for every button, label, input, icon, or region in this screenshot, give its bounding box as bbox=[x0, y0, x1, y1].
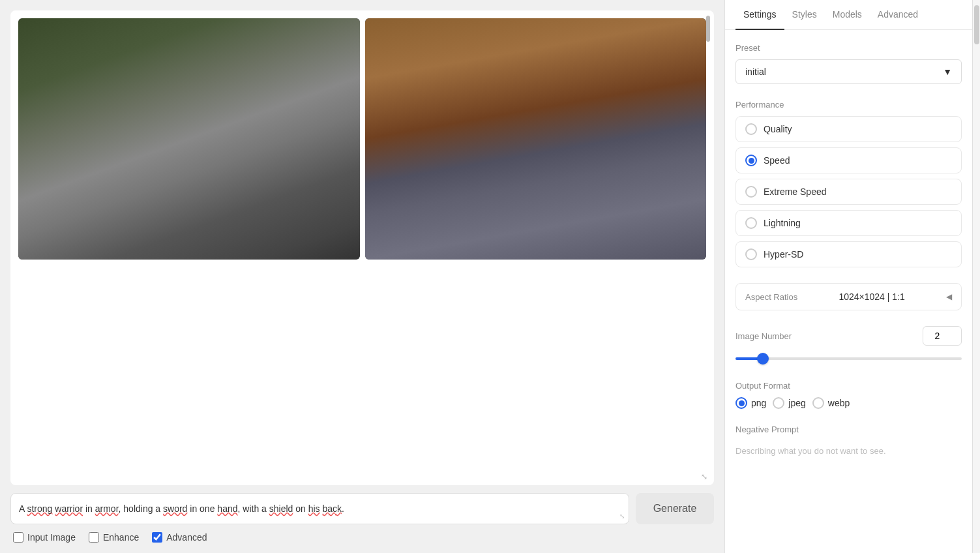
canvas-resize-handle[interactable]: ⤡ bbox=[701, 472, 709, 480]
settings-content: Preset initial ▼ Performance Quality Spe… bbox=[725, 30, 972, 469]
format-label-webp: webp bbox=[828, 398, 850, 408]
outer-scrollbar[interactable] bbox=[972, 0, 980, 553]
radio-circle-lightning bbox=[745, 217, 757, 229]
performance-option-hyper-sd[interactable]: Hyper-SD bbox=[735, 241, 962, 267]
tab-models[interactable]: Models bbox=[825, 0, 870, 30]
radio-circle-quality bbox=[745, 123, 757, 135]
negative-prompt-placeholder: Describing what you do not want to see. bbox=[735, 446, 962, 456]
format-options: png jpeg webp bbox=[735, 397, 962, 409]
preset-section: Preset initial ▼ bbox=[735, 43, 962, 84]
radio-label-extreme-speed: Extreme Speed bbox=[764, 187, 827, 197]
generated-image-2 bbox=[365, 18, 707, 260]
negative-prompt-section: Negative Prompt Describing what you do n… bbox=[735, 425, 962, 456]
format-label-jpeg: jpeg bbox=[788, 398, 805, 408]
input-image-checkbox[interactable]: Input Image bbox=[13, 532, 76, 543]
output-format-label: Output Format bbox=[735, 381, 962, 391]
warrior-image bbox=[365, 18, 707, 260]
format-radio-webp bbox=[812, 397, 824, 409]
radio-label-hyper-sd: Hyper-SD bbox=[764, 249, 803, 260]
performance-section: Performance Quality Speed Extreme Speed … bbox=[735, 100, 962, 267]
aspect-ratio-value: 1024×1024 | 1:1 bbox=[839, 291, 904, 302]
tab-settings[interactable]: Settings bbox=[735, 0, 784, 30]
radio-label-quality: Quality bbox=[764, 124, 792, 134]
image-number-slider[interactable] bbox=[735, 352, 962, 365]
performance-option-speed[interactable]: Speed bbox=[735, 147, 962, 173]
spell-word-sword: sword bbox=[163, 503, 187, 514]
aspect-ratio-label: Aspect Ratios bbox=[745, 292, 797, 302]
format-option-jpeg[interactable]: jpeg bbox=[773, 397, 805, 409]
tab-styles[interactable]: Styles bbox=[784, 0, 825, 30]
radio-circle-hyper-sd bbox=[745, 248, 757, 260]
aspect-ratio-arrow: ◀ bbox=[946, 292, 952, 301]
spell-word-armor: armor bbox=[95, 503, 119, 514]
tabs-header: Settings Styles Models Advanced bbox=[725, 0, 972, 30]
outer-scroll-thumb bbox=[974, 5, 979, 44]
radio-label-speed: Speed bbox=[764, 155, 790, 166]
format-radio-jpeg bbox=[773, 397, 784, 409]
performance-options: Quality Speed Extreme Speed Lightning Hy bbox=[735, 116, 962, 267]
prompt-row: A strong warrior in armor, holding a swo… bbox=[10, 493, 714, 524]
generate-button[interactable]: Generate bbox=[636, 493, 714, 524]
knight-image bbox=[18, 18, 360, 260]
canvas-scroll-thumb bbox=[706, 16, 710, 42]
format-label-png: png bbox=[751, 398, 766, 408]
prompt-wrapper: A strong warrior in armor, holding a swo… bbox=[10, 493, 629, 524]
image-grid bbox=[18, 18, 706, 260]
preset-value: initial bbox=[745, 67, 766, 77]
negative-prompt-label: Negative Prompt bbox=[735, 425, 962, 434]
tab-advanced[interactable]: Advanced bbox=[870, 0, 926, 30]
spell-word-strong: strong bbox=[27, 503, 52, 514]
enhance-label: Enhance bbox=[103, 532, 139, 543]
format-option-png[interactable]: png bbox=[735, 397, 766, 409]
performance-option-lightning[interactable]: Lightning bbox=[735, 210, 962, 236]
slider-thumb bbox=[757, 353, 769, 365]
advanced-label: Advanced bbox=[166, 532, 207, 543]
spell-word-hand: hand bbox=[217, 503, 237, 514]
preset-label: Preset bbox=[735, 43, 962, 53]
image-number-section: Image Number bbox=[735, 326, 962, 365]
input-image-label: Input Image bbox=[27, 532, 76, 543]
radio-circle-speed bbox=[745, 155, 757, 166]
advanced-checkbox[interactable]: Advanced bbox=[152, 532, 207, 543]
checkboxes-row: Input Image Enhance Advanced bbox=[10, 532, 714, 543]
enhance-checkbox[interactable]: Enhance bbox=[89, 532, 139, 543]
spell-word-shield: shield bbox=[269, 503, 293, 514]
spell-word-back: back bbox=[323, 503, 342, 514]
output-format-section: Output Format png jpeg webp bbox=[735, 381, 962, 409]
image-number-label: Image Number bbox=[735, 331, 792, 341]
spell-word-warrior: warrior bbox=[55, 503, 83, 514]
image-number-input[interactable] bbox=[923, 326, 962, 346]
dropdown-icon: ▼ bbox=[943, 67, 952, 77]
advanced-input[interactable] bbox=[152, 532, 162, 543]
spell-word-his: his bbox=[308, 503, 320, 514]
textarea-resize[interactable]: ⤡ bbox=[619, 513, 625, 520]
image-canvas: ⤡ bbox=[10, 10, 714, 485]
performance-label: Performance bbox=[735, 100, 962, 110]
preset-dropdown[interactable]: initial ▼ bbox=[735, 59, 962, 84]
format-radio-png bbox=[735, 397, 747, 409]
left-panel: ⤡ A strong warrior in armor, holding a s… bbox=[0, 0, 724, 553]
right-panel: Settings Styles Models Advanced Preset i… bbox=[724, 0, 972, 553]
generated-image-1 bbox=[18, 18, 360, 260]
aspect-ratio-section[interactable]: Aspect Ratios 1024×1024 | 1:1 ◀ bbox=[735, 283, 962, 310]
performance-option-extreme-speed[interactable]: Extreme Speed bbox=[735, 179, 962, 205]
radio-circle-extreme-speed bbox=[745, 186, 757, 198]
radio-label-lightning: Lightning bbox=[764, 218, 801, 228]
image-number-row: Image Number bbox=[735, 326, 962, 346]
slider-track bbox=[735, 357, 962, 360]
prompt-text: A strong warrior in armor, holding a swo… bbox=[19, 501, 621, 516]
performance-option-quality[interactable]: Quality bbox=[735, 116, 962, 142]
enhance-input[interactable] bbox=[89, 532, 99, 543]
canvas-scrollbar[interactable] bbox=[706, 16, 711, 480]
format-option-webp[interactable]: webp bbox=[812, 397, 850, 409]
input-image-input[interactable] bbox=[13, 532, 23, 543]
